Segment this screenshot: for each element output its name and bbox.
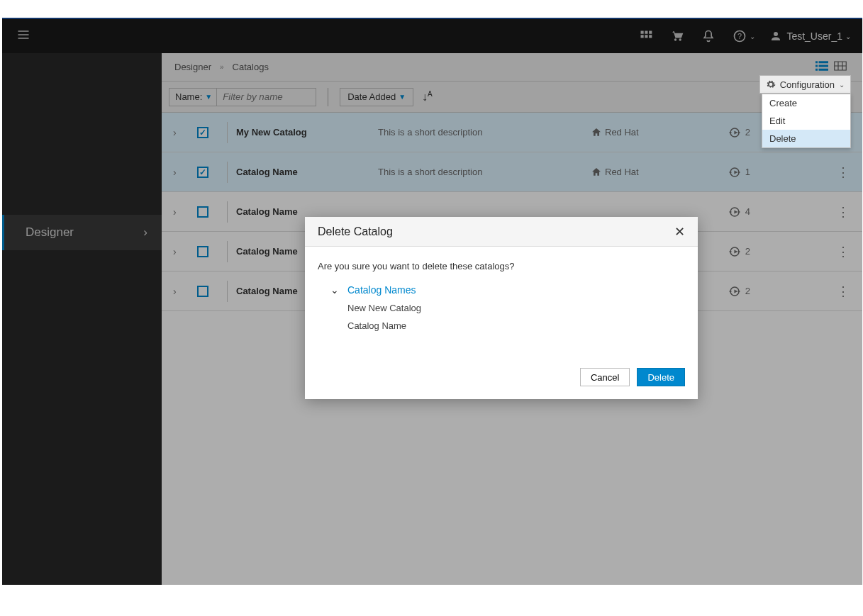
- modal-body: Are you sure you want to delete these ca…: [305, 247, 698, 359]
- modal-message: Are you sure you want to delete these ca…: [318, 261, 685, 271]
- modal-group-label: Catalog Names: [347, 284, 416, 296]
- modal-item: Catalog Name: [347, 320, 685, 331]
- modal-item: New New Catalog: [347, 303, 685, 313]
- modal-footer: Cancel Delete: [305, 359, 698, 399]
- config-menu-create[interactable]: Create: [762, 94, 850, 112]
- modal-items: New New CatalogCatalog Name: [347, 303, 685, 331]
- config-menu-delete[interactable]: Delete: [762, 130, 850, 147]
- config-menu-edit[interactable]: Edit: [762, 112, 850, 130]
- cancel-button[interactable]: Cancel: [580, 368, 630, 386]
- delete-button[interactable]: Delete: [637, 368, 685, 386]
- delete-catalog-modal: Delete Catalog ✕ Are you sure you want t…: [305, 217, 698, 399]
- modal-header: Delete Catalog ✕: [305, 217, 698, 247]
- configuration-button[interactable]: Configuration ⌄: [759, 75, 851, 94]
- chevron-down-icon: ⌄: [330, 284, 339, 296]
- modal-group-toggle[interactable]: ⌄ Catalog Names: [330, 284, 685, 296]
- config-dropdown-wrap: Configuration ⌄ Create Edit Delete: [759, 75, 851, 94]
- modal-title: Delete Catalog: [318, 225, 674, 238]
- config-menu: Create Edit Delete: [762, 94, 851, 148]
- close-icon[interactable]: ✕: [674, 224, 685, 240]
